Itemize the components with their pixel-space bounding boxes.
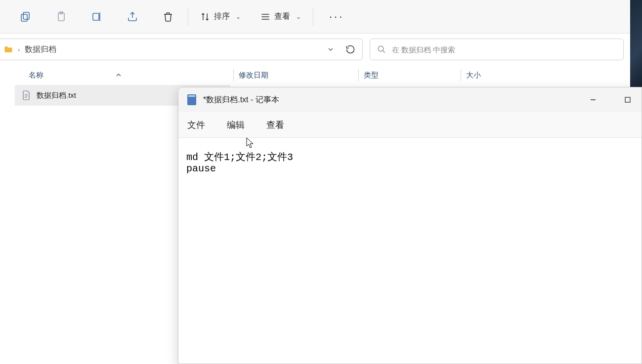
column-name[interactable]: 名称 (29, 71, 233, 80)
breadcrumb-dropdown[interactable] (324, 45, 338, 53)
column-modified-label: 修改日期 (239, 71, 268, 79)
toolbar-separator (188, 8, 188, 26)
maximize-button[interactable] (614, 87, 642, 112)
notepad-window: *数据归档.txt - 记事本 文件 编辑 查看 md 文件1;文件2;文件3 … (178, 87, 642, 364)
svg-point-5 (378, 46, 384, 51)
svg-rect-1 (21, 14, 27, 21)
column-separator (358, 69, 359, 81)
view-label: 查看 (274, 11, 290, 22)
column-headers: 名称 修改日期 类型 大小 (0, 65, 642, 85)
search-box[interactable] (370, 39, 624, 60)
column-type-label: 类型 (364, 71, 379, 79)
notepad-icon (187, 94, 196, 105)
column-type[interactable]: 类型 (364, 71, 461, 80)
svg-rect-6 (625, 97, 630, 102)
search-input[interactable] (392, 45, 616, 54)
chevron-down-icon: ⌄ (236, 13, 241, 20)
column-size[interactable]: 大小 (466, 71, 525, 80)
column-size-label: 大小 (466, 71, 481, 79)
paste-button[interactable] (43, 0, 79, 34)
notepad-textarea[interactable]: md 文件1;文件2;文件3 pause (178, 138, 642, 364)
column-modified[interactable]: 修改日期 (239, 71, 358, 80)
toolbar-separator (313, 8, 313, 26)
menu-view[interactable]: 查看 (266, 119, 284, 131)
share-button[interactable] (115, 0, 150, 34)
background-window-sliver (630, 0, 642, 87)
breadcrumb[interactable]: › 数据归档 (0, 39, 363, 60)
explorer-toolbar: 排序 ⌄ 查看 ⌄ ··· (0, 0, 642, 34)
rename-button[interactable] (79, 0, 115, 34)
delete-button[interactable] (150, 0, 186, 34)
chevron-down-icon: ⌄ (296, 13, 301, 20)
column-separator (461, 69, 461, 81)
menu-file[interactable]: 文件 (187, 119, 205, 131)
address-row: › 数据归档 (0, 34, 642, 65)
text-file-icon (22, 90, 31, 101)
notepad-menu: 文件 编辑 查看 (178, 112, 642, 138)
svg-rect-0 (23, 12, 29, 19)
chevron-right-icon: › (18, 46, 20, 53)
more-button[interactable]: ··· (315, 0, 358, 34)
view-icon (260, 12, 270, 21)
refresh-button[interactable] (342, 44, 358, 54)
sort-icon (200, 12, 210, 22)
notepad-title: *数据归档.txt - 记事本 (203, 95, 279, 105)
view-dropdown[interactable]: 查看 ⌄ (251, 0, 311, 34)
search-icon (377, 45, 386, 54)
sort-indicator-icon (116, 73, 122, 78)
sort-dropdown[interactable]: 排序 ⌄ (190, 0, 251, 34)
column-separator (233, 69, 234, 81)
menu-edit[interactable]: 编辑 (227, 119, 245, 131)
svg-rect-4 (93, 13, 99, 20)
breadcrumb-folder[interactable]: 数据归档 (25, 44, 56, 55)
ellipsis-icon: ··· (329, 10, 344, 23)
column-name-label: 名称 (29, 71, 43, 80)
minimize-button[interactable] (579, 87, 607, 112)
copy-button[interactable] (8, 0, 43, 34)
folder-icon (4, 45, 13, 53)
sort-label: 排序 (214, 11, 230, 22)
file-name: 数据归档.txt (37, 91, 76, 100)
notepad-titlebar[interactable]: *数据归档.txt - 记事本 (178, 87, 642, 112)
